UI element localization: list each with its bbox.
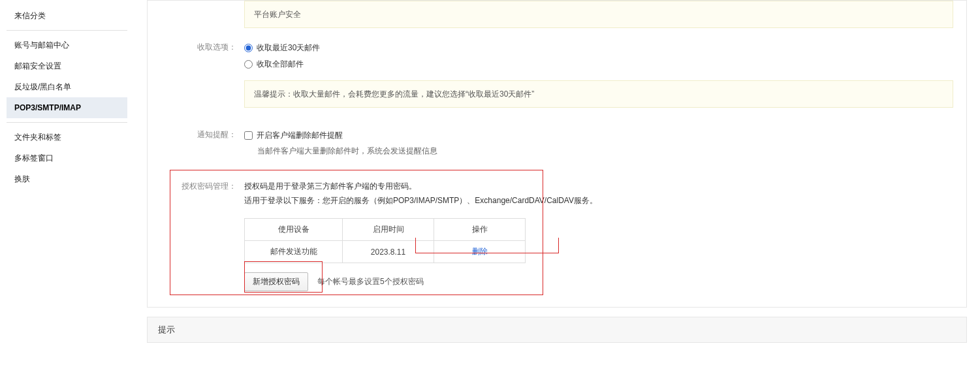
auth-button-row: 新增授权密码 每个帐号最多设置5个授权密码 bbox=[244, 272, 940, 291]
receive-all-option[interactable]: 收取全部邮件 bbox=[244, 56, 953, 72]
auth-section: 授权密码管理： 授权码是用于登录第三方邮件客户端的专用密码。 适用于登录以下服务… bbox=[148, 170, 966, 303]
auth-td-time: 2023.8.11 bbox=[343, 241, 434, 263]
main-content: 平台账户安全 收取选项： 收取最近30天邮件 收取全部邮件 温馨提示：收取大量邮… bbox=[134, 0, 980, 367]
sidebar-item-account[interactable]: 账号与邮箱中心 bbox=[7, 35, 127, 56]
receive-30days-radio[interactable] bbox=[244, 44, 253, 52]
hint-section: 提示 bbox=[147, 317, 967, 343]
receive-all-radio[interactable] bbox=[244, 60, 253, 69]
auth-td-action: 删除 bbox=[434, 241, 526, 263]
sidebar-divider bbox=[7, 30, 127, 31]
notify-label: 通知提醒： bbox=[148, 127, 244, 157]
notify-delete-option[interactable]: 开启客户端删除邮件提醒 bbox=[244, 127, 953, 144]
auth-th-device: 使用设备 bbox=[245, 219, 343, 241]
receive-note: 温馨提示：收取大量邮件，会耗费您更多的流量，建议您选择“收取最近30天邮件” bbox=[244, 80, 953, 108]
delete-link[interactable]: 删除 bbox=[472, 247, 488, 256]
sidebar-item-security[interactable]: 邮箱安全设置 bbox=[7, 56, 127, 76]
notify-content: 开启客户端删除邮件提醒 当邮件客户端大量删除邮件时，系统会发送提醒信息 bbox=[244, 127, 966, 157]
sidebar-item-pop3[interactable]: POP3/SMTP/IMAP bbox=[7, 97, 127, 118]
receive-option-content: 收取最近30天邮件 收取全部邮件 温馨提示：收取大量邮件，会耗费您更多的流量，建… bbox=[244, 40, 966, 108]
notify-delete-label: 开启客户端删除邮件提醒 bbox=[257, 130, 343, 141]
sidebar-item-incoming[interactable]: 来信分类 bbox=[7, 5, 127, 26]
auth-th-time: 启用时间 bbox=[343, 219, 434, 241]
receive-option-row: 收取选项： 收取最近30天邮件 收取全部邮件 温馨提示：收取大量邮件，会耗费您更… bbox=[148, 36, 966, 112]
receive-all-label: 收取全部邮件 bbox=[257, 59, 304, 70]
hint-title: 提示 bbox=[158, 325, 175, 334]
auth-td-device: 邮件发送功能 bbox=[245, 241, 343, 263]
auth-table: 使用设备 启用时间 操作 邮件发送功能 2023.8.11 删除 bbox=[244, 218, 526, 263]
sidebar-item-theme[interactable]: 换肤 bbox=[7, 168, 127, 189]
notify-row: 通知提醒： 开启客户端删除邮件提醒 当邮件客户端大量删除邮件时，系统会发送提醒信… bbox=[148, 123, 966, 161]
notify-desc: 当邮件客户端大量删除邮件时，系统会发送提醒信息 bbox=[244, 144, 953, 157]
add-auth-note: 每个帐号最多设置5个授权密码 bbox=[317, 276, 424, 287]
auth-table-header-row: 使用设备 启用时间 操作 bbox=[245, 219, 526, 241]
auth-label: 授权密码管理： bbox=[148, 179, 244, 291]
receive-30days-label: 收取最近30天邮件 bbox=[257, 42, 320, 54]
sidebar-item-tabs[interactable]: 多标签窗口 bbox=[7, 148, 127, 168]
receive-30days-option[interactable]: 收取最近30天邮件 bbox=[244, 40, 953, 56]
auth-table-row: 邮件发送功能 2023.8.11 删除 bbox=[245, 241, 526, 263]
auth-desc2: 适用于登录以下服务：您开启的服务（例如POP3/IMAP/SMTP）、Excha… bbox=[244, 193, 940, 208]
top-security-note: 平台账户安全 bbox=[244, 1, 953, 28]
sidebar-item-spam[interactable]: 反垃圾/黑白名单 bbox=[7, 76, 127, 97]
auth-desc1: 授权码是用于登录第三方邮件客户端的专用密码。 bbox=[244, 179, 940, 193]
auth-content: 授权码是用于登录第三方邮件客户端的专用密码。 适用于登录以下服务：您开启的服务（… bbox=[244, 179, 953, 291]
sidebar: 来信分类 账号与邮箱中心 邮箱安全设置 反垃圾/黑白名单 POP3/SMTP/I… bbox=[0, 0, 134, 367]
settings-panel: 平台账户安全 收取选项： 收取最近30天邮件 收取全部邮件 温馨提示：收取大量邮… bbox=[147, 0, 967, 308]
notify-delete-checkbox[interactable] bbox=[244, 131, 253, 140]
sidebar-item-folders[interactable]: 文件夹和标签 bbox=[7, 127, 127, 148]
receive-option-label: 收取选项： bbox=[148, 40, 244, 108]
auth-th-action: 操作 bbox=[434, 219, 526, 241]
add-auth-button[interactable]: 新增授权密码 bbox=[244, 272, 308, 291]
sidebar-divider bbox=[7, 122, 127, 123]
